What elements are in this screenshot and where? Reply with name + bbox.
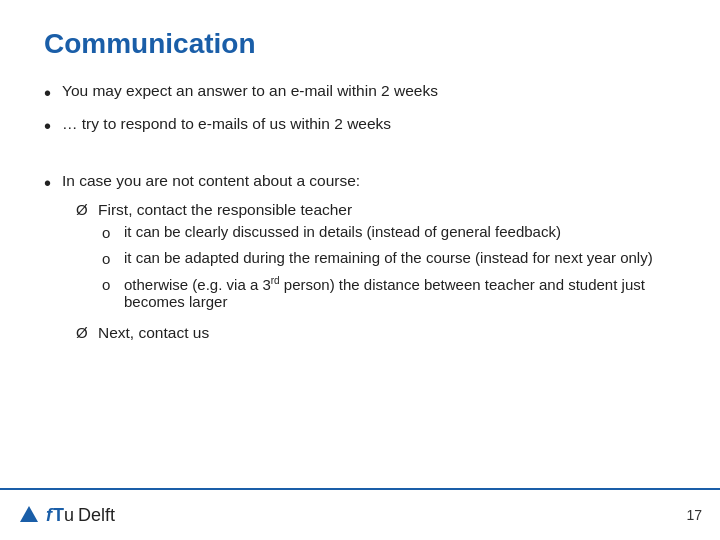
subsub-text-2: it can be adapted during the remaining o… [124,249,676,266]
bullet-dot-3: • [44,171,62,195]
logo-tu: f T u [46,505,74,526]
sub-item-text-2: Next, contact us [98,324,676,342]
bullet-dot-2: • [44,114,62,138]
bullet-dot-1: • [44,81,62,105]
arrow-icon-1: Ø [76,201,98,218]
circle-icon-3: o [102,276,124,293]
main-bullet-list: • You may expect an answer to an e-mail … [44,82,676,348]
subsub-item-1: o it can be clearly discussed in details… [102,223,676,241]
logo-u-text: u [64,505,74,526]
sub-item-2: Ø Next, contact us [76,324,676,342]
logo: f T u Delft [18,504,115,526]
circle-icon-1: o [102,224,124,241]
subsub-text-1: it can be clearly discussed in details (… [124,223,676,240]
bullet-text-1: You may expect an answer to an e-mail wi… [62,82,676,100]
bullet-text-3: In case you are not content about a cour… [62,172,360,190]
subsub-list: o it can be clearly discussed in details… [102,223,676,318]
circle-icon-2: o [102,250,124,267]
slide-title: Communication [44,28,676,60]
slide: Communication • You may expect an answer… [0,0,720,540]
footer: f T u Delft 17 [0,488,720,540]
logo-f-letter: f [46,505,52,526]
bullet-item-2: • … try to respond to e-mails of us with… [44,115,676,138]
spacer [44,148,676,162]
page-number: 17 [686,507,702,523]
bullet-item-1: • You may expect an answer to an e-mail … [44,82,676,105]
sub-item-1: Ø First, contact the responsible teacher… [76,201,676,318]
subsub-item-2: o it can be adapted during the remaining… [102,249,676,267]
bullet-item-3: • In case you are not content about a co… [44,172,676,348]
logo-delft-text: Delft [78,505,115,526]
svg-marker-0 [20,506,38,522]
arrow-icon-2: Ø [76,324,98,341]
sub-item-text-1: First, contact the responsible teacher [98,201,352,219]
subsub-text-3: otherwise (e.g. via a 3rd person) the di… [124,275,676,310]
logo-tu-text: T [53,505,64,526]
bullet-text-2: … try to respond to e-mails of us within… [62,115,676,133]
subsub-item-3: o otherwise (e.g. via a 3rd person) the … [102,275,676,310]
tu-delft-logo-icon [18,504,40,526]
sub-bullet-list: Ø First, contact the responsible teacher… [76,201,676,348]
